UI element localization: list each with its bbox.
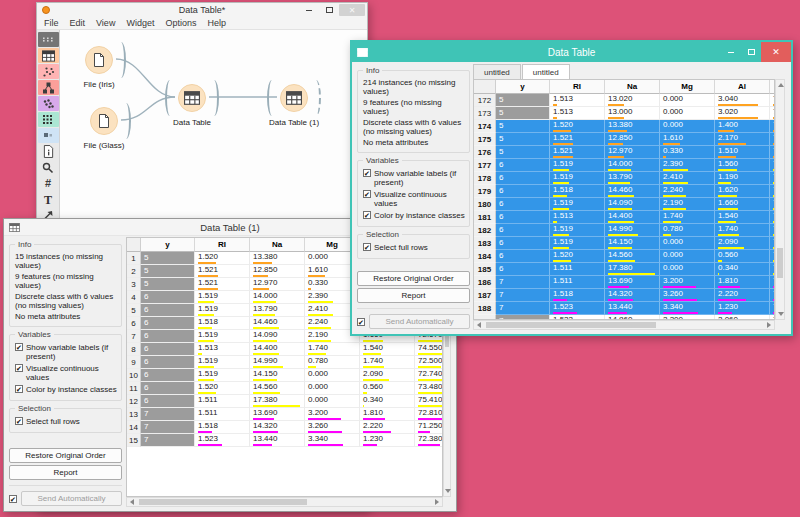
- close-icon[interactable]: ✕: [761, 42, 791, 62]
- table-row[interactable]: 1261.51117.3800.0000.34075.410: [127, 395, 442, 408]
- column-header-na[interactable]: Na: [605, 80, 660, 94]
- table-row[interactable]: 18871.52313.4403.3401.23072.380: [474, 302, 774, 315]
- checkbox-checked-icon[interactable]: ✔: [363, 169, 371, 177]
- menu-item-view[interactable]: View: [96, 18, 115, 28]
- close-icon[interactable]: ✕: [339, 4, 365, 16]
- tab-untitled[interactable]: untitled: [473, 64, 521, 79]
- category-data-button[interactable]: [38, 48, 59, 63]
- glass-horizontal-scrollbar[interactable]: [473, 320, 775, 330]
- scroll-up-icon[interactable]: [778, 83, 784, 87]
- menu-item-options[interactable]: Options: [165, 18, 196, 28]
- checkbox-checked-icon[interactable]: ✔: [15, 343, 23, 351]
- category-unsupervised-button[interactable]: [38, 112, 59, 127]
- checkbox-checked-icon[interactable]: ✔: [363, 211, 371, 219]
- canvas-titlebar[interactable]: Data Table* ✕: [37, 3, 367, 17]
- column-header-al[interactable]: Al: [715, 80, 770, 94]
- checkbox-option[interactable]: ✔Visualize continuous values: [363, 190, 466, 208]
- tool-search-button[interactable]: [38, 160, 59, 175]
- checkbox-option[interactable]: ✔Color by instance classes: [15, 385, 118, 394]
- checkbox-option[interactable]: ✔Select full rows: [363, 243, 466, 252]
- column-header-ri[interactable]: RI: [550, 80, 605, 94]
- table-row[interactable]: 17861.51913.7902.4101.19072.760: [474, 172, 774, 185]
- glass-vertical-scrollbar[interactable]: [775, 79, 785, 320]
- table-row[interactable]: 1571.52313.4403.3401.23072.380: [127, 434, 442, 447]
- scroll-down-icon[interactable]: [778, 312, 784, 316]
- widget-node-file-iris[interactable]: File (Iris): [71, 45, 127, 75]
- table-row[interactable]: 17451.52013.3800.0001.40072.250: [474, 120, 774, 133]
- table-row[interactable]: 18671.51113.6903.2001.81072.810: [474, 276, 774, 289]
- glass-send-automatically-button[interactable]: Send Automatically: [369, 314, 470, 329]
- tool-align-grid-button[interactable]: #: [38, 176, 59, 191]
- table-row[interactable]: 18261.51914.9900.7801.74072.500: [474, 224, 774, 237]
- table-row[interactable]: 18561.51117.3800.0000.34075.410: [474, 263, 774, 276]
- scroll-right-icon[interactable]: [435, 499, 439, 505]
- table-row[interactable]: 1471.51814.3203.2602.22071.250: [127, 421, 442, 434]
- scrollbar-thumb[interactable]: [139, 499, 307, 505]
- checkbox-checked-icon[interactable]: ✔: [15, 417, 23, 425]
- category-evaluate-button[interactable]: [38, 96, 59, 111]
- column-header-na[interactable]: Na: [250, 238, 305, 252]
- table-row[interactable]: 861.51314.4001.7401.54074.550: [127, 343, 442, 356]
- table-row[interactable]: 961.51914.9900.7801.74072.500: [127, 356, 442, 369]
- table-row[interactable]: 1061.51914.1500.0002.09072.740: [127, 369, 442, 382]
- glass-report-button[interactable]: Report: [357, 288, 470, 303]
- checkbox-option[interactable]: ✔Select full rows: [15, 417, 118, 426]
- toolbox-handle-button[interactable]: [38, 32, 59, 47]
- checkbox-checked-icon[interactable]: ✔: [15, 364, 23, 372]
- checkbox-option[interactable]: ✔Show variable labels (if present): [15, 343, 118, 361]
- table-row[interactable]: 18161.51314.4001.7401.54074.550: [474, 211, 774, 224]
- checkbox-checked-icon[interactable]: ✔: [9, 495, 17, 503]
- checkbox-checked-icon[interactable]: ✔: [363, 190, 371, 198]
- category-model-button[interactable]: [38, 80, 59, 95]
- minimize-icon[interactable]: [721, 42, 741, 62]
- category-visualize-button[interactable]: [38, 64, 59, 79]
- dt1-report-button[interactable]: Report: [9, 465, 122, 480]
- minimize-icon[interactable]: [299, 3, 319, 17]
- checkbox-checked-icon[interactable]: ✔: [15, 385, 23, 393]
- maximize-icon[interactable]: [741, 42, 761, 62]
- column-header-ri[interactable]: RI: [195, 238, 250, 252]
- table-row[interactable]: 18061.51914.0902.1901.66072.670: [474, 198, 774, 211]
- table-row[interactable]: 17251.51313.0200.0003.04070.480: [474, 94, 774, 107]
- table-row[interactable]: 17351.51313.0000.0003.02070.700: [474, 107, 774, 120]
- table-row[interactable]: 1161.52014.5600.0000.56073.480: [127, 382, 442, 395]
- scroll-right-icon[interactable]: [767, 322, 771, 328]
- dt1-horizontal-scrollbar[interactable]: [126, 497, 443, 507]
- menu-item-widget[interactable]: Widget: [126, 18, 154, 28]
- checkbox-option[interactable]: ✔Show variable labels (if present): [363, 169, 466, 187]
- column-header-y[interactable]: y: [141, 238, 195, 252]
- widget-node-file-glass[interactable]: File (Glass): [76, 106, 132, 136]
- maximize-icon[interactable]: [319, 3, 339, 17]
- glass-titlebar[interactable]: Data Table ✕: [352, 42, 791, 62]
- table-row[interactable]: 18361.51914.1500.0002.09072.740: [474, 237, 774, 250]
- scrollbar-thumb[interactable]: [486, 322, 656, 328]
- table-row[interactable]: 1371.51113.6903.2001.81072.810: [127, 408, 442, 421]
- checkbox-checked-icon[interactable]: ✔: [363, 243, 371, 251]
- category-more-button[interactable]: [38, 128, 59, 143]
- dt1-restore-original-order-button[interactable]: Restore Original Order: [9, 448, 122, 463]
- menu-item-edit[interactable]: Edit: [70, 18, 86, 28]
- scroll-left-icon[interactable]: [130, 499, 134, 505]
- tab-untitled[interactable]: untitled: [522, 64, 570, 79]
- checkbox-checked-icon[interactable]: ✔: [357, 318, 365, 326]
- table-row[interactable]: 18771.51814.3203.2602.22071.250: [474, 289, 774, 302]
- column-header-y[interactable]: y: [496, 80, 550, 94]
- table-row[interactable]: 17961.51814.4602.2401.62072.380: [474, 185, 774, 198]
- column-header-mg[interactable]: Mg: [660, 80, 715, 94]
- widget-node-data-table-1[interactable]: Data Table (1): [266, 83, 322, 113]
- dt1-send-automatically-button[interactable]: Send Automatically: [21, 491, 122, 506]
- table-row[interactable]: 17651.52112.9700.3301.51073.390: [474, 146, 774, 159]
- tool-widget-info-button[interactable]: [38, 144, 59, 159]
- scroll-left-icon[interactable]: [477, 322, 481, 328]
- glass-data-table[interactable]: yRINaMgAlSi17251.51313.0200.0003.04070.4…: [473, 79, 775, 320]
- scroll-down-icon[interactable]: [445, 489, 451, 493]
- glass-restore-original-order-button[interactable]: Restore Original Order: [357, 271, 470, 286]
- checkbox-option[interactable]: ✔Visualize continuous values: [15, 364, 118, 382]
- widget-node-data-table[interactable]: Data Table: [164, 83, 220, 113]
- checkbox-option[interactable]: ✔Color by instance classes: [363, 211, 466, 220]
- menu-item-file[interactable]: File: [44, 18, 59, 28]
- menu-item-help[interactable]: Help: [207, 18, 226, 28]
- table-row[interactable]: 17551.52112.8501.6102.17072.180: [474, 133, 774, 146]
- scrollbar-thumb[interactable]: [777, 248, 783, 278]
- tool-text-annotation-button[interactable]: T: [38, 192, 59, 207]
